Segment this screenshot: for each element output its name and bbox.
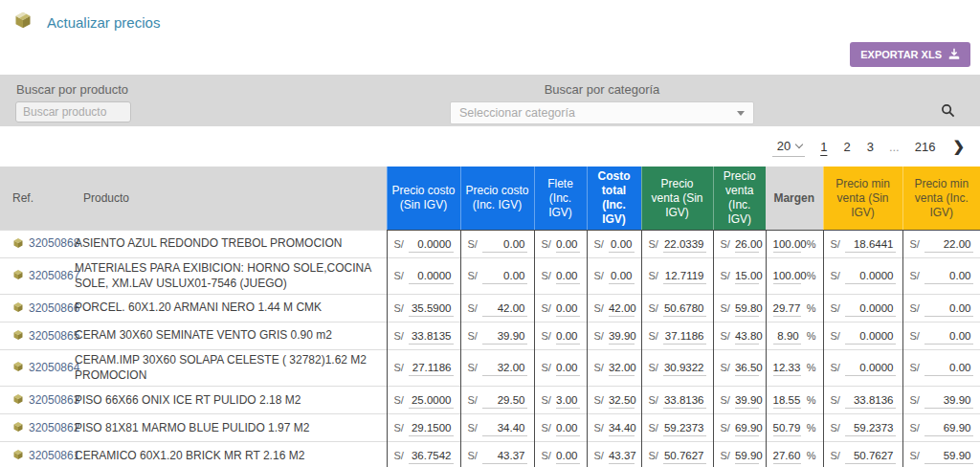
ref-link[interactable]: 32050866: [29, 301, 79, 315]
page-link-2[interactable]: 2: [842, 138, 851, 156]
category-select-placeholder: Seleccionar categoría: [459, 106, 575, 120]
flete-input[interactable]: 0.00: [556, 360, 580, 376]
ref-link[interactable]: 32050865: [29, 329, 79, 343]
precio-min-venta-sin-igv-input[interactable]: 0.0000: [845, 300, 896, 317]
page-link-last[interactable]: 216: [914, 138, 937, 156]
precio-costo-sin-igv-input[interactable]: 25.0000: [409, 392, 454, 409]
costo-total-input[interactable]: 34.40: [609, 420, 635, 436]
flete-input[interactable]: 0.00: [556, 236, 580, 253]
page-title: Actualizar precios: [47, 14, 160, 31]
precio-costo-sin-igv-input[interactable]: 29.1500: [409, 420, 454, 436]
precio-venta-inc-igv-input[interactable]: 59.90: [735, 448, 759, 464]
ref-link[interactable]: 32050861: [29, 449, 79, 462]
precio-costo-sin-igv-input[interactable]: 0.0000: [409, 268, 454, 284]
margen-input[interactable]: 29.77: [773, 300, 801, 317]
margen-input[interactable]: 100.00: [773, 268, 801, 284]
precio-min-venta-inc-igv-input[interactable]: 39.90: [924, 392, 973, 409]
precio-costo-sin-igv-input[interactable]: 27.1186: [409, 360, 454, 376]
currency-prefix: S/: [542, 330, 551, 342]
currency-prefix: S/: [910, 450, 920, 461]
ref-link[interactable]: 32050862: [29, 421, 79, 434]
chevron-right-icon[interactable]: ❯: [950, 138, 967, 155]
precio-min-venta-sin-igv-input[interactable]: 0.0000: [845, 360, 896, 376]
precio-min-venta-sin-igv-input[interactable]: 0.0000: [845, 328, 896, 345]
precio-venta-sin-igv-input[interactable]: 50.6780: [663, 300, 706, 317]
precio-min-venta-inc-igv-input[interactable]: 22.00: [924, 236, 973, 253]
percent-suffix: %: [806, 450, 816, 461]
precio-venta-sin-igv-input[interactable]: 30.9322: [663, 360, 706, 376]
precio-venta-inc-igv-input[interactable]: 69.90: [735, 420, 759, 436]
costo-total-input[interactable]: 43.37: [609, 448, 635, 464]
precio-venta-sin-igv-input[interactable]: 59.2373: [663, 420, 706, 436]
precio-min-venta-sin-igv-input[interactable]: 18.6441: [845, 236, 896, 253]
ref-link[interactable]: 32050864: [29, 361, 79, 374]
costo-total-input[interactable]: 39.90: [609, 328, 635, 345]
ref-link[interactable]: 32050867: [29, 269, 79, 282]
precio-costo-sin-igv-input[interactable]: 0.0000: [409, 236, 454, 253]
margen-input[interactable]: 8.90: [773, 328, 801, 345]
precio-min-venta-inc-igv-input[interactable]: 69.90: [924, 420, 973, 436]
precio-min-venta-inc-igv-input[interactable]: 0.00: [924, 360, 973, 376]
precio-costo-sin-igv-input[interactable]: 36.7542: [409, 448, 454, 464]
costo-total-input[interactable]: 42.00: [609, 300, 635, 317]
costo-total-input[interactable]: 0.00: [609, 236, 635, 253]
precio-costo-inc-igv-input[interactable]: 39.90: [482, 328, 527, 345]
precio-costo-inc-igv-input[interactable]: 29.50: [482, 392, 527, 409]
precio-min-venta-sin-igv-input[interactable]: 33.8136: [845, 392, 896, 409]
precio-costo-inc-igv-input[interactable]: 0.00: [482, 236, 527, 253]
package-icon: [12, 237, 24, 252]
currency-prefix: S/: [468, 270, 478, 281]
precio-costo-inc-igv-input[interactable]: 42.00: [482, 300, 527, 317]
flete-input[interactable]: 0.00: [556, 448, 580, 464]
precio-min-venta-inc-igv-input[interactable]: 59.90: [924, 448, 973, 464]
precio-venta-inc-igv-input[interactable]: 59.80: [735, 300, 759, 317]
precio-venta-sin-igv-input[interactable]: 37.1186: [663, 328, 706, 345]
precio-venta-sin-igv-input[interactable]: 50.7627: [663, 448, 706, 464]
margen-input[interactable]: 18.55: [773, 392, 801, 409]
search-button[interactable]: [941, 103, 955, 121]
precio-venta-inc-igv-input[interactable]: 15.00: [735, 268, 759, 284]
margen-input[interactable]: 27.60: [773, 448, 801, 464]
precio-venta-sin-igv-input[interactable]: 33.8136: [663, 392, 706, 409]
category-select[interactable]: Seleccionar categoría: [450, 101, 754, 124]
flete-input[interactable]: 0.00: [556, 420, 580, 436]
currency-prefix: S/: [910, 238, 920, 250]
ref-link[interactable]: 32050868: [29, 236, 79, 250]
ref-link[interactable]: 32050863: [29, 393, 79, 407]
margen-input[interactable]: 50.79: [773, 420, 801, 436]
costo-total-input[interactable]: 32.00: [609, 360, 635, 376]
costo-total-input[interactable]: 32.50: [609, 392, 635, 409]
flete-input[interactable]: 3.00: [556, 392, 580, 409]
page-link-3[interactable]: 3: [866, 138, 875, 156]
column-header-precio-min-venta-sin-igv: Precio min venta (Sin IGV): [823, 167, 902, 231]
flete-input[interactable]: 0.00: [556, 268, 580, 284]
precio-venta-inc-igv-input[interactable]: 26.00: [735, 236, 759, 253]
page-size-select[interactable]: 20: [772, 137, 805, 157]
precio-venta-inc-igv-input[interactable]: 43.80: [735, 328, 759, 345]
precio-min-venta-sin-igv-input[interactable]: 0.0000: [845, 268, 896, 284]
costo-total-input[interactable]: 0.00: [609, 268, 635, 284]
precio-min-venta-inc-igv-input[interactable]: 0.00: [924, 328, 973, 345]
precio-venta-inc-igv-input[interactable]: 39.90: [735, 392, 759, 409]
precio-costo-inc-igv-input[interactable]: 0.00: [482, 268, 527, 284]
precio-min-venta-inc-igv-input[interactable]: 0.00: [924, 300, 973, 317]
page-link-1[interactable]: 1: [819, 138, 828, 156]
margen-input[interactable]: 100.00: [773, 236, 801, 253]
precio-costo-inc-igv-input[interactable]: 32.00: [482, 360, 527, 376]
precio-costo-sin-igv-input[interactable]: 35.5900: [409, 300, 454, 317]
precio-costo-inc-igv-input[interactable]: 43.37: [482, 448, 527, 464]
precio-min-venta-inc-igv-input[interactable]: 0.00: [924, 268, 973, 284]
precio-min-venta-sin-igv-input[interactable]: 59.2373: [845, 420, 896, 436]
precio-costo-sin-igv-input[interactable]: 33.8135: [409, 328, 454, 345]
flete-input[interactable]: 0.00: [556, 328, 580, 345]
precio-venta-sin-igv-input[interactable]: 22.0339: [663, 236, 706, 253]
flete-input[interactable]: 0.00: [556, 300, 580, 317]
search-product-input[interactable]: [15, 101, 131, 122]
precio-venta-sin-igv-input[interactable]: 12.7119: [663, 268, 706, 284]
export-xls-button[interactable]: EXPORTAR XLS: [850, 42, 970, 67]
precio-min-venta-sin-igv-input[interactable]: 50.7627: [845, 448, 896, 464]
margen-input[interactable]: 12.33: [773, 360, 801, 376]
currency-prefix: S/: [910, 394, 920, 406]
precio-venta-inc-igv-input[interactable]: 36.50: [735, 360, 759, 376]
precio-costo-inc-igv-input[interactable]: 34.40: [482, 420, 527, 436]
